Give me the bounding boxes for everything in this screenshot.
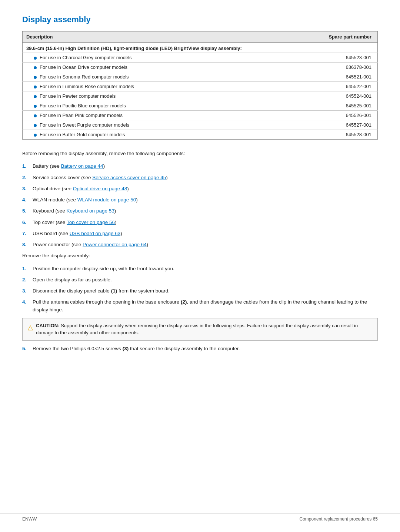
table-row: For use in Pewter computer models645524-…	[23, 91, 378, 101]
list-item: 1.Position the computer display-side up,…	[22, 265, 378, 272]
list-item: 4.Pull the antenna cables through the op…	[22, 298, 378, 314]
table-cell-desc: For use in Ocean Drive computer models	[23, 63, 267, 72]
table-cell-desc: For use in Pearl Pink computer models	[23, 111, 267, 120]
list-item-link[interactable]: Optical drive on page 48	[73, 186, 127, 191]
list-item-content: Service access cover (see Service access…	[33, 174, 378, 181]
page-title: Display assembly	[22, 15, 378, 24]
list-item: 5.Keyboard (see Keyboard on page 53)	[22, 207, 378, 215]
list-item-link[interactable]: WLAN module on page 50	[77, 197, 136, 203]
before-removing-intro: Before removing the display assembly, re…	[22, 150, 378, 157]
list-item-number: 5.	[22, 207, 33, 215]
table-cell-spare: 645525-001	[266, 101, 377, 111]
list-item: 5.Remove the two Phillips 6.0×2.5 screws…	[22, 345, 378, 352]
list-item-number: 2.	[22, 174, 33, 181]
list-item: 3.Optical drive (see Optical drive on pa…	[22, 185, 378, 193]
list-item-number: 3.	[22, 287, 33, 295]
table-cell-spare: 645524-001	[266, 91, 377, 101]
table-cell-desc: For use in Sweet Purple computer models	[23, 120, 267, 130]
table-cell-desc: For use in Sonoma Red computer models	[23, 72, 267, 82]
list-item-content: WLAN module (see WLAN module on page 50)	[33, 196, 378, 204]
caution-icon: △	[28, 322, 33, 332]
col-header-spare: Spare part number	[266, 31, 377, 43]
list-item-content: Pull the antenna cables through the open…	[33, 298, 378, 314]
list-item-number: 2.	[22, 276, 33, 284]
list-item-content: Remove the two Phillips 6.0×2.5 screws (…	[33, 345, 378, 352]
footer-right: Component replacement procedures 65	[300, 516, 378, 522]
table-row: For use in Sweet Purple computer models6…	[23, 120, 378, 130]
table-cell-spare: 645521-001	[266, 72, 377, 82]
list-item-number: 4.	[22, 196, 33, 204]
list-item-number: 3.	[22, 185, 33, 193]
table-row: For use in Charcoal Grey computer models…	[23, 53, 378, 63]
list-item-number: 6.	[22, 219, 33, 226]
before-removing-list: 1.Battery (see Battery on page 44)2.Serv…	[22, 163, 378, 248]
table-row: For use in Sonoma Red computer models645…	[23, 72, 378, 82]
list-item-content: Disconnect the display panel cable (1) f…	[33, 287, 378, 295]
list-item-number: 5.	[22, 345, 33, 352]
table-cell-spare: 645523-001	[266, 53, 377, 63]
table-row: For use in Ocean Drive computer models63…	[23, 63, 378, 72]
list-item-content: Battery (see Battery on page 44)	[33, 163, 378, 170]
table-cell-desc: For use in Butter Gold computer models	[23, 130, 267, 140]
table-cell-spare: 645526-001	[266, 111, 377, 120]
list-item-content: Optical drive (see Optical drive on page…	[33, 185, 378, 193]
footer-left: ENWW	[22, 516, 37, 522]
list-item: 4.WLAN module (see WLAN module on page 5…	[22, 196, 378, 204]
caution-box: △CAUTION: Support the display assembly w…	[22, 318, 378, 341]
table-row: For use in Luminous Rose computer models…	[23, 82, 378, 91]
parts-table: Description Spare part number 39.6-cm (1…	[22, 31, 378, 140]
list-item-link[interactable]: Keyboard on page 53	[67, 208, 114, 214]
list-item-content: Top cover (see Top cover on page 56)	[33, 219, 378, 226]
table-cell-spare: 645528-001	[266, 130, 377, 140]
table-cell-desc: For use in Luminous Rose computer models	[23, 82, 267, 91]
table-cell-spare: 645522-001	[266, 82, 377, 91]
list-item-number: 7.	[22, 230, 33, 237]
table-cell-desc: For use in Pewter computer models	[23, 91, 267, 101]
list-item: 3.Disconnect the display panel cable (1)…	[22, 287, 378, 295]
list-item: 6.Top cover (see Top cover on page 56)	[22, 219, 378, 226]
list-item-number: 1.	[22, 163, 33, 170]
list-item-link[interactable]: Top cover on page 56	[67, 220, 115, 225]
page-footer: ENWW Component replacement procedures 65	[0, 513, 400, 522]
list-item: 8.Power connector (see Power connector o…	[22, 241, 378, 248]
list-item-content: Open the display as far as possible.	[33, 276, 378, 284]
list-item-number: 8.	[22, 241, 33, 248]
list-item-link[interactable]: Power connector on page 64	[83, 242, 147, 247]
table-row: For use in Pacific Blue computer models6…	[23, 101, 378, 111]
list-item-link[interactable]: Service access cover on page 45	[92, 175, 166, 180]
remove-steps-list: 1.Position the computer display-side up,…	[22, 265, 378, 353]
caution-text: CAUTION: Support the display assembly wh…	[36, 322, 372, 337]
list-item-content: Position the computer display-side up, w…	[33, 265, 378, 272]
table-row: For use in Butter Gold computer models64…	[23, 130, 378, 140]
col-header-description: Description	[23, 31, 267, 43]
list-item-content: USB board (see USB board on page 63)	[33, 230, 378, 237]
list-item-number: 4.	[22, 298, 33, 306]
list-item-number: 1.	[22, 265, 33, 272]
remove-steps-intro: Remove the display assembly:	[22, 252, 378, 260]
caution-label: CAUTION:	[36, 323, 61, 328]
table-row: For use in Pearl Pink computer models645…	[23, 111, 378, 120]
table-cell-desc: For use in Pacific Blue computer models	[23, 101, 267, 111]
list-item-link[interactable]: USB board on page 63	[70, 231, 120, 236]
table-section-header: 39.6-cm (15.6-in) High Definition (HD), …	[23, 43, 378, 53]
table-cell-desc: For use in Charcoal Grey computer models	[23, 53, 267, 63]
list-item-content: Keyboard (see Keyboard on page 53)	[33, 207, 378, 215]
table-cell-spare: 636378-001	[266, 63, 377, 72]
list-item: 7.USB board (see USB board on page 63)	[22, 230, 378, 237]
list-item-link[interactable]: Battery on page 44	[61, 163, 103, 169]
list-item: 1.Battery (see Battery on page 44)	[22, 163, 378, 170]
list-item: 2.Open the display as far as possible.	[22, 276, 378, 284]
list-item-content: Power connector (see Power connector on …	[33, 241, 378, 248]
list-item: 2.Service access cover (see Service acce…	[22, 174, 378, 181]
table-cell-spare: 645527-001	[266, 120, 377, 130]
